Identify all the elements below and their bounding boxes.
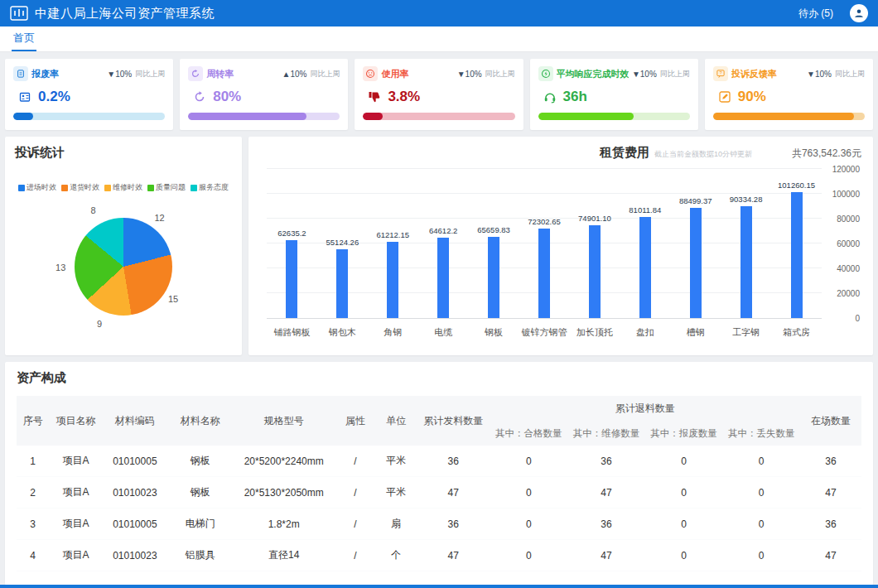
kpi-header: 周转率▲10%同比上周: [188, 66, 340, 81]
column-header: 项目名称: [49, 396, 102, 446]
table-cell: 47: [800, 540, 861, 571]
bar-group[interactable]: 55124.26: [317, 169, 368, 318]
table-cell: 个: [376, 540, 417, 571]
y-axis-tick: 120000: [832, 165, 860, 174]
table-cell: 0: [722, 508, 800, 540]
scrap-icon: [13, 66, 28, 81]
kpi-value-row: 80%: [193, 89, 340, 104]
kpi-progress-fill: [188, 113, 306, 120]
table-cell: /: [335, 477, 375, 508]
user-avatar[interactable]: [850, 4, 868, 22]
table-cell: 47: [567, 477, 645, 508]
todo-badge[interactable]: 待办 (5): [798, 7, 833, 21]
app-logo-icon: [10, 6, 28, 21]
table-cell: 0: [722, 477, 800, 508]
kpi-progress-fill: [538, 113, 634, 120]
table-row[interactable]: 4项目A01010023铝膜具直径14/个470470047: [17, 540, 861, 571]
bar-category-label: 钢包木: [317, 319, 368, 339]
table-cell: 20*5200*2240mm: [233, 446, 335, 477]
feedback-icon: ?: [713, 66, 728, 81]
table-cell: 47: [567, 540, 645, 571]
bar: [488, 237, 499, 318]
kpi-header: 使用率▼10%同比上周: [363, 66, 514, 81]
bar-group[interactable]: 90334.28: [721, 169, 771, 318]
table-cell: 0: [645, 446, 723, 477]
kpi-row: 报废率▼10%同比上周0.2%周转率▲10%同比上周80%使用率▼10%同比上周…: [0, 52, 878, 130]
bar-group[interactable]: 88499.37: [670, 169, 721, 318]
kpi-compare-label: 同比上周: [835, 69, 865, 80]
table-cell: 电梯门: [167, 508, 233, 540]
bar: [336, 249, 348, 318]
kpi-header: 平均响应完成时效▼10%同比上周: [538, 66, 690, 81]
y-axis-tick: 60000: [837, 239, 860, 248]
legend-item[interactable]: 退货时效: [61, 182, 99, 193]
bar-group[interactable]: 62635.2: [267, 169, 317, 318]
kpi-label: 报废率: [31, 68, 104, 80]
kpi-trend-down: ▼10%: [457, 70, 482, 79]
bar-category-label: 电缆: [418, 319, 469, 339]
table-cell: /: [335, 446, 375, 477]
rental-subtitle: 截止当前金额数据10分钟更新: [654, 149, 752, 160]
kpi-card-5: ?投诉反馈率▼10%同比上周90%: [705, 59, 873, 130]
sub-column-header: 其中：丢失数量: [722, 422, 800, 446]
kpi-trend-up: ▲10%: [282, 70, 306, 79]
pie-graphic: [75, 218, 172, 316]
bar-group[interactable]: 81011.84: [620, 169, 670, 318]
legend-item[interactable]: 维修时效: [104, 182, 142, 193]
table-cell: 01010023: [102, 540, 167, 571]
bar: [538, 229, 550, 318]
bottom-scrollbar[interactable]: [0, 585, 878, 588]
kpi-compare-label: 同比上周: [485, 69, 515, 80]
kpi-card-2: 周转率▲10%同比上周80%: [180, 59, 348, 130]
table-cell: 0: [645, 540, 723, 571]
table-cell: 47: [800, 477, 861, 508]
assets-title: 资产构成: [17, 370, 861, 386]
sub-column-header: 其中：合格数量: [490, 422, 568, 446]
legend-item[interactable]: 服务态度: [191, 182, 229, 193]
bar-group[interactable]: 101260.15: [771, 169, 822, 318]
legend-item[interactable]: 进场时效: [18, 182, 56, 193]
kpi-progress-fill: [713, 113, 854, 120]
bar-group[interactable]: 64612.2: [418, 169, 469, 318]
bar: [437, 238, 449, 318]
complaint-stats-title: 投诉统计: [15, 145, 232, 161]
table-cell: 平米: [376, 477, 417, 508]
pie-legend: 进场时效退货时效维修时效质量问题服务态度: [15, 182, 232, 193]
tab-home[interactable]: 首页: [12, 26, 36, 51]
bar: [639, 217, 651, 318]
table-cell: 扇: [376, 508, 417, 540]
column-header: 材料编码: [102, 396, 167, 446]
bar-category-label: 镀锌方钢管: [519, 319, 570, 339]
table-row[interactable]: 1项目A01010005钢板20*5200*2240mm/平米360360036: [17, 446, 861, 477]
table-row[interactable]: 3项目A01010005电梯门1.8*2m/扇360360036: [17, 508, 861, 540]
loop-icon: [188, 66, 203, 81]
bar-group[interactable]: 72302.65: [519, 169, 570, 318]
table-row[interactable]: 2项目A01010023钢板20*5130*2050mm/平米470470047: [17, 477, 861, 508]
table-cell: 01010023: [102, 477, 167, 508]
table-cell: 20*5130*2050mm: [233, 477, 335, 508]
y-axis-tick: 0: [855, 314, 860, 323]
table-cell: 1: [17, 446, 49, 477]
rental-total: 共763,542.36元: [792, 147, 861, 161]
bar-value-label: 88499.37: [679, 196, 712, 205]
table-cell: 01010005: [102, 446, 167, 477]
table-cell: 0: [490, 540, 568, 571]
bar-group[interactable]: 61212.15: [368, 169, 418, 318]
table-cell: 36: [567, 508, 645, 540]
bar-category-label: 角钢: [368, 319, 418, 339]
badge-icon: [18, 90, 31, 104]
legend-item[interactable]: 质量问题: [147, 182, 186, 193]
legend-swatch: [104, 185, 111, 191]
bar-group[interactable]: 65659.83: [469, 169, 519, 318]
kpi-value: 36h: [563, 89, 587, 105]
bar-value-label: 81011.84: [629, 205, 661, 214]
bar-value-label: 62635.2: [277, 229, 306, 238]
bar-category-label: 箱式房: [771, 319, 822, 339]
bar-value-label: 61212.15: [376, 230, 409, 239]
table-cell: 0: [490, 508, 568, 540]
pie-slice-label: 15: [168, 294, 178, 304]
bar-group[interactable]: 74901.10: [569, 169, 620, 318]
table-cell: 1.8*2m: [233, 508, 335, 540]
kpi-compare-label: 同比上周: [135, 69, 165, 80]
kpi-progress-bar: [713, 113, 865, 120]
